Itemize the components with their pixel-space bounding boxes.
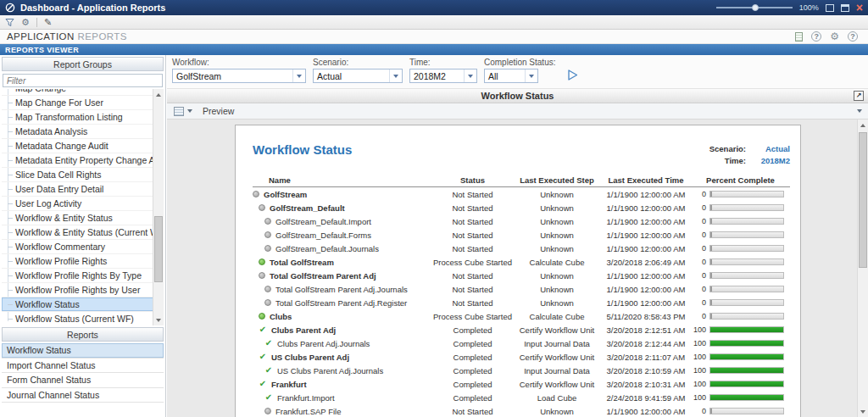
report-group-item[interactable]: User Data Entry Detail xyxy=(2,182,164,197)
report-group-item[interactable]: Workflow Commentary xyxy=(2,240,164,254)
row-last-step: Unknown xyxy=(513,271,601,281)
row-percent-cell: 0 xyxy=(691,271,790,280)
meta-scenario-label: Scenario: xyxy=(709,144,746,153)
percent-bar-fill xyxy=(710,381,783,386)
scrollbar-thumb[interactable] xyxy=(154,216,163,282)
report-group-item[interactable]: Metadata Analysis xyxy=(2,125,164,139)
row-name-text: Total GolfStream xyxy=(270,258,334,267)
percent-bar-fill xyxy=(710,205,712,210)
report-group-item[interactable]: Workflow & Entity Status xyxy=(2,211,164,225)
row-percent-value: 0 xyxy=(691,190,709,198)
gear-icon[interactable]: ⚙ xyxy=(830,31,839,42)
row-last-step: Unknown xyxy=(513,231,601,240)
row-last-step: Unknown xyxy=(513,285,601,294)
run-report-button[interactable] xyxy=(566,69,579,81)
row-last-step: Unknown xyxy=(513,407,601,416)
scroll-up-icon[interactable] xyxy=(858,120,868,131)
report-group-item[interactable]: Workflow Profile Rights by User xyxy=(2,283,164,297)
completion-status-dropdown[interactable]: All xyxy=(484,69,538,83)
row-last-time: 3/20/2018 2:12:44 AM xyxy=(601,339,691,348)
table-row: ✔Clubs Parent AdjCompletedCertify Workfl… xyxy=(253,323,790,336)
report-group-item[interactable]: Workflow & Entity Status (Current WF) xyxy=(2,225,164,240)
percent-bar-fill xyxy=(710,219,712,224)
expand-icon[interactable]: ↗ xyxy=(854,91,864,101)
report-group-item[interactable]: Workflow Profile Rights xyxy=(2,254,164,269)
row-status: Not Started xyxy=(432,190,513,199)
row-last-step: Input Journal Data xyxy=(513,366,601,375)
report-group-item[interactable]: Workflow Profile Rights By Type xyxy=(2,269,164,283)
percent-bar-fill xyxy=(710,192,712,197)
report-group-item[interactable]: User Log Activity xyxy=(2,197,164,211)
fit-window-icon[interactable] xyxy=(826,4,834,12)
preview-scrollbar[interactable] xyxy=(857,120,868,417)
document-icon[interactable] xyxy=(795,32,803,42)
percent-bar-fill xyxy=(710,341,783,346)
report-group-item[interactable]: Map Transformation Listing xyxy=(2,110,164,125)
percent-bar-fill xyxy=(710,368,783,373)
info-icon[interactable]: ? xyxy=(848,31,858,42)
percent-bar xyxy=(709,231,784,238)
chevron-down-icon xyxy=(292,70,305,82)
scroll-down-icon[interactable] xyxy=(858,406,868,417)
scenario-dropdown[interactable]: Actual xyxy=(313,69,403,83)
reports-header: Reports xyxy=(2,327,164,342)
settings-gear-icon[interactable]: ⚙ xyxy=(21,18,30,27)
report-view-icon[interactable] xyxy=(174,107,184,116)
row-last-step: Unknown xyxy=(513,217,601,226)
groups-scrollbar[interactable] xyxy=(153,89,164,325)
filter-input[interactable] xyxy=(3,74,163,87)
time-value: 2018M2 xyxy=(410,71,464,81)
zoom-slider-handle[interactable] xyxy=(752,4,759,11)
time-dropdown[interactable]: 2018M2 xyxy=(409,69,477,83)
reports-list: Workflow StatusImport Channel StatusForm… xyxy=(2,343,164,403)
percent-bar xyxy=(709,299,784,306)
row-percent-value: 0 xyxy=(691,258,709,266)
report-item[interactable]: Workflow Status xyxy=(2,343,164,359)
column-header-step: Last Executed Step xyxy=(513,175,601,185)
not-started-dot-icon xyxy=(264,286,271,292)
report-item[interactable]: Import Channel Status xyxy=(2,359,164,374)
report-group-item[interactable]: Metadata Entity Property Change Audit xyxy=(2,153,164,168)
column-header-status: Status xyxy=(432,175,513,185)
row-name-text: Clubs Parent Adj xyxy=(271,325,336,335)
edit-pencil-icon[interactable]: ✎ xyxy=(44,18,52,27)
scrollbar-thumb[interactable] xyxy=(859,132,867,268)
row-status: Not Started xyxy=(432,203,513,213)
scroll-down-icon[interactable] xyxy=(153,314,164,325)
table-row: Total GolfStream Parent Adj.RegisterNot … xyxy=(253,296,790,309)
percent-bar xyxy=(709,272,784,279)
table-row: Total GolfStreamProcess Cube StartedCalc… xyxy=(253,255,790,269)
report-group-item[interactable]: Map Change xyxy=(2,89,164,96)
report-group-item[interactable]: Metadata Change Audit xyxy=(2,139,164,153)
collapse-preview-icon[interactable] xyxy=(857,109,862,113)
close-icon[interactable]: × xyxy=(856,3,863,13)
percent-bar-fill xyxy=(710,286,712,292)
completed-check-icon: ✔ xyxy=(259,380,267,388)
report-item[interactable]: Journal Channel Status xyxy=(2,388,164,403)
filter-icon[interactable] xyxy=(5,18,14,27)
row-status: Not Started xyxy=(432,271,513,281)
help-icon[interactable]: ? xyxy=(811,31,821,42)
chevron-down-icon[interactable] xyxy=(187,109,192,113)
percent-bar xyxy=(709,353,784,360)
report-item[interactable]: Form Channel Status xyxy=(2,373,164,388)
window-mode-icon[interactable] xyxy=(841,4,849,12)
row-last-step: Unknown xyxy=(513,298,601,308)
row-status: Not Started xyxy=(432,285,513,294)
table-row: GolfStream_Default.FormsNot StartedUnkno… xyxy=(253,228,790,242)
percent-bar-fill xyxy=(710,409,712,414)
not-started-dot-icon xyxy=(264,245,271,252)
row-last-time: 1/1/1900 12:00:00 AM xyxy=(601,271,691,281)
zoom-slider[interactable] xyxy=(716,7,793,8)
report-group-item[interactable]: Slice Data Cell Rights xyxy=(2,168,164,182)
not-started-dot-icon xyxy=(253,191,259,197)
report-group-item[interactable]: Workflow Status (Current WF) xyxy=(2,312,164,325)
report-group-item[interactable]: Workflow Status xyxy=(2,297,164,312)
report-group-item[interactable]: Map Change For User xyxy=(2,96,164,110)
row-status: Completed xyxy=(432,380,513,389)
scroll-up-icon[interactable] xyxy=(153,89,164,100)
table-row: GolfStream_Default.JournalsNot StartedUn… xyxy=(253,242,790,255)
row-name-text: GolfStream_Default.Forms xyxy=(275,231,371,240)
row-percent-cell: 100 xyxy=(691,380,790,388)
workflow-dropdown[interactable]: GolfStream xyxy=(172,69,306,83)
